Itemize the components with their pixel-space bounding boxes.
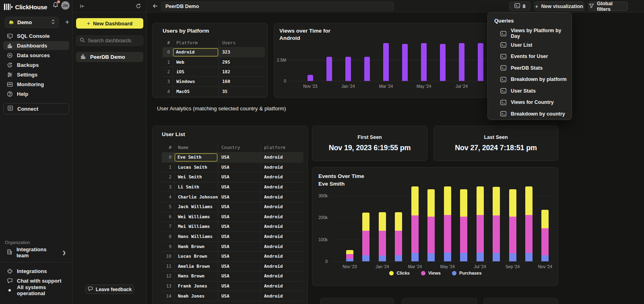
cell-country[interactable]: USA bbox=[218, 192, 261, 202]
events-bar-oct-24-clicks[interactable] bbox=[525, 186, 533, 215]
table-row[interactable]: 5Jack WilliamsUSAAndroid bbox=[162, 202, 303, 212]
row-index-cell[interactable]: 0 bbox=[162, 153, 175, 162]
views-bar-jun-24[interactable] bbox=[440, 44, 446, 81]
row-index-cell[interactable]: 4 bbox=[162, 192, 175, 202]
cell-country[interactable]: USA bbox=[218, 153, 261, 162]
cell-platform[interactable]: iOS bbox=[173, 67, 219, 77]
events-bar-dec-23-views[interactable] bbox=[362, 231, 369, 255]
cell-name[interactable]: Lucas Smith bbox=[175, 163, 218, 172]
row-index-cell[interactable]: 3 bbox=[163, 77, 173, 86]
views-bar-jan-24[interactable] bbox=[345, 57, 351, 81]
legend-entry-views[interactable]: Views bbox=[421, 271, 441, 275]
events-bar-sep-24-purchases[interactable] bbox=[509, 253, 516, 261]
search-dashboards-input[interactable] bbox=[88, 38, 136, 43]
views-bar-feb-24[interactable] bbox=[364, 57, 370, 81]
table-row[interactable]: 1Web295 bbox=[163, 57, 265, 67]
dashboard-title-input[interactable] bbox=[161, 2, 394, 11]
row-index-cell[interactable]: 12 bbox=[162, 271, 175, 281]
query-item-user-list[interactable]: User List bbox=[488, 39, 572, 51]
cell-country[interactable]: USA bbox=[218, 172, 261, 182]
query-item-breakdown-by-country[interactable]: Breakdown by country bbox=[488, 108, 572, 120]
events-bar-feb-24-purchases[interactable] bbox=[395, 255, 402, 261]
row-index-cell[interactable]: 14 bbox=[162, 291, 175, 301]
views-bar-apr-24[interactable] bbox=[402, 44, 408, 81]
events-bar-jan-24-purchases[interactable] bbox=[379, 256, 386, 261]
cell-country[interactable]: USA bbox=[218, 271, 261, 281]
sidebar-item-data-sources[interactable]: Data sources bbox=[3, 51, 69, 60]
events-bar-jun-24-clicks[interactable] bbox=[460, 189, 467, 217]
leave-feedback-button[interactable]: Leave feedback bbox=[85, 285, 134, 294]
cell-platform[interactable]: Android bbox=[261, 192, 303, 202]
legend-entry-purchases[interactable]: Purchases bbox=[452, 271, 482, 275]
cell-platform[interactable]: Android bbox=[261, 291, 303, 301]
views-bar-nov-23[interactable] bbox=[308, 75, 313, 81]
views-bar-dec-23[interactable] bbox=[326, 57, 332, 81]
cell-platform[interactable]: Android bbox=[173, 48, 219, 57]
row-index-cell[interactable]: 0 bbox=[163, 48, 173, 57]
query-item-events-for-user[interactable]: Events for User bbox=[488, 51, 572, 62]
cell-country[interactable]: USA bbox=[218, 163, 261, 172]
back-arrow-icon[interactable] bbox=[152, 3, 159, 11]
cell-name[interactable]: Jack Williams bbox=[175, 202, 218, 212]
events-bar-mar-24-views[interactable] bbox=[411, 215, 419, 253]
row-index-cell[interactable]: 7 bbox=[162, 222, 175, 232]
cell-name[interactable]: Lucas Brown bbox=[175, 252, 218, 261]
events-bar-nov-24-clicks[interactable] bbox=[541, 210, 549, 228]
table-row[interactable]: 12Hans BrownUSAAndroid bbox=[162, 271, 303, 281]
table-row[interactable]: 0Eve SmithUSAAndroid bbox=[162, 153, 303, 163]
cell-platform[interactable]: Android bbox=[261, 281, 303, 291]
table-row[interactable]: 4MacOS35 bbox=[163, 87, 265, 97]
events-bar-dec-23-purchases[interactable] bbox=[362, 255, 369, 261]
cell-country[interactable]: USA bbox=[218, 291, 261, 301]
cell-users[interactable]: 182 bbox=[219, 67, 265, 77]
global-filters-button[interactable]: Global filters bbox=[588, 2, 628, 11]
events-bar-may-24-views[interactable] bbox=[444, 215, 451, 252]
events-bar-mar-24-clicks[interactable] bbox=[411, 186, 419, 215]
query-item-views-by-platform-by-day[interactable]: Views by Platform by Day bbox=[488, 28, 572, 39]
cell-users[interactable]: 295 bbox=[219, 57, 265, 66]
events-bar-apr-24-views[interactable] bbox=[427, 217, 435, 253]
row-index-cell[interactable]: 5 bbox=[162, 202, 175, 212]
row-index-cell[interactable]: 6 bbox=[162, 212, 175, 222]
column-header-country[interactable]: Country bbox=[218, 143, 261, 152]
column-header-platform[interactable]: Platform bbox=[173, 39, 219, 47]
sidebar-item-sql-console[interactable]: SQL Console bbox=[3, 31, 69, 40]
organization-team-item[interactable]: Integrations team ❯ bbox=[3, 248, 69, 257]
events-bar-jul-24-views[interactable] bbox=[477, 215, 484, 252]
column-header-name[interactable]: Name bbox=[175, 143, 218, 152]
events-bar-jun-24-views[interactable] bbox=[460, 217, 467, 253]
cell-users[interactable]: 323 bbox=[219, 48, 265, 57]
events-bar-oct-24-purchases[interactable] bbox=[525, 253, 533, 261]
query-item-breakdown-by-platform[interactable]: Breakdown by platform bbox=[488, 74, 572, 85]
events-bar-jun-24-purchases[interactable] bbox=[460, 253, 467, 261]
row-index-cell[interactable]: 2 bbox=[162, 172, 175, 182]
cell-country[interactable]: USA bbox=[218, 202, 261, 212]
row-index-cell[interactable]: 1 bbox=[162, 163, 175, 172]
avatar[interactable]: ZN bbox=[61, 1, 70, 10]
cell-platform[interactable]: Android bbox=[261, 222, 303, 232]
table-row[interactable]: 6Wei WilliamsUSAAndroid bbox=[162, 212, 303, 222]
events-bar-feb-24-clicks[interactable] bbox=[395, 212, 402, 231]
events-bar-nov-24-purchases[interactable] bbox=[541, 255, 549, 261]
row-index-cell[interactable]: 1 bbox=[163, 57, 173, 66]
cell-country[interactable]: USA bbox=[218, 182, 261, 192]
cell-country[interactable]: USA bbox=[218, 222, 261, 232]
cell-country[interactable]: USA bbox=[218, 281, 261, 291]
refresh-icon[interactable] bbox=[136, 3, 141, 10]
collapse-sidebar-icon[interactable] bbox=[79, 3, 85, 11]
notifications-bell-icon[interactable] bbox=[52, 1, 60, 8]
events-bar-mar-24-purchases[interactable] bbox=[411, 253, 419, 261]
events-bar-jan-24-clicks[interactable] bbox=[379, 212, 386, 231]
events-bar-dec-23-clicks[interactable] bbox=[362, 213, 369, 231]
events-bar-sep-24-views[interactable] bbox=[509, 217, 516, 253]
row-index-cell[interactable]: 11 bbox=[162, 262, 175, 271]
sidebar-item-help[interactable]: Help bbox=[3, 89, 69, 98]
table-row[interactable]: 10Lucas BrownUSAAndroid bbox=[162, 252, 303, 262]
events-bar-jul-24-purchases[interactable] bbox=[477, 252, 484, 261]
sidebar-item-monitoring[interactable]: Monitoring bbox=[3, 80, 69, 89]
column-header--[interactable]: # bbox=[163, 39, 173, 47]
workspace-selector[interactable]: Demo bbox=[5, 17, 59, 28]
views-bar-mar-24[interactable] bbox=[383, 43, 389, 81]
footer-item-all-systems-operational[interactable]: All systems operational bbox=[3, 286, 69, 295]
events-bar-nov-23-views[interactable] bbox=[346, 254, 353, 259]
